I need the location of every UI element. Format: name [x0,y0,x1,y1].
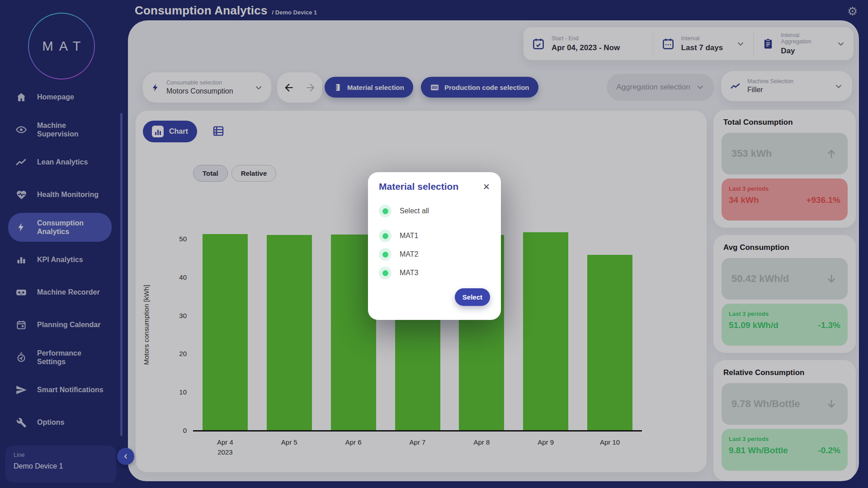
select-all-toggle[interactable]: Select all [379,205,490,217]
material-option-label: MAT2 [400,250,418,258]
toggle-on-icon [379,230,392,242]
material-option-label: MAT3 [400,269,418,277]
select-button[interactable]: Select [455,288,490,306]
app: Consumption Analytics / Demo Device 1 ⚙ … [0,0,868,488]
material-options: MAT1 MAT2 MAT3 [379,228,490,281]
modal-title: Material selection [379,181,458,192]
select-all-label: Select all [400,207,429,215]
toggle-on-icon [379,248,392,261]
material-selection-modal: Material selection ✕ Select all MAT1 MAT… [368,172,501,320]
material-option-mat2[interactable]: MAT2 [379,247,490,262]
material-option-mat3[interactable]: MAT3 [379,265,490,281]
material-option-mat1[interactable]: MAT1 [379,228,490,244]
toggle-on-icon [379,267,392,279]
material-option-label: MAT1 [400,232,418,240]
close-icon[interactable]: ✕ [483,183,490,191]
toggle-on-icon [379,205,392,217]
